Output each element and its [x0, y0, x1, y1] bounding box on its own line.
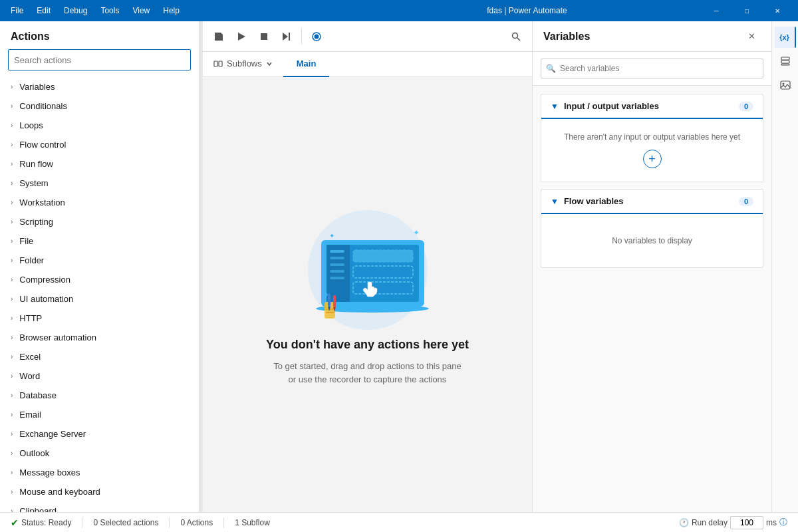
action-group-variables[interactable]: ›Variables [0, 77, 199, 96]
action-group-exchange-server[interactable]: ›Exchange Server [0, 424, 199, 444]
add-variable-button[interactable]: + [643, 150, 662, 168]
svg-point-6 [513, 33, 518, 38]
chevron-icon: › [11, 507, 13, 512]
chevron-icon: › [11, 257, 13, 264]
layers-icon-button[interactable] [775, 51, 796, 72]
chevron-icon: › [11, 372, 13, 380]
action-group-http[interactable]: ›HTTP [0, 309, 199, 328]
chevron-icon: › [11, 102, 13, 110]
action-group-label: Outlook [19, 448, 49, 458]
action-group-label: Exchange Server [19, 429, 86, 439]
action-group-ui-automation[interactable]: ›UI automation [0, 289, 199, 309]
menu-edit[interactable]: Edit [31, 3, 56, 18]
close-button[interactable]: ✕ [762, 0, 793, 21]
image-icon-button[interactable] [775, 74, 796, 96]
chevron-icon: › [11, 450, 13, 457]
variables-header: Variables ✕ [533, 21, 771, 52]
svg-rect-8 [214, 61, 217, 66]
right-icon-panel: {x} [771, 21, 798, 512]
tab-main[interactable]: Main [283, 52, 330, 77]
search-actions-input[interactable] [8, 49, 191, 70]
action-group-database[interactable]: ›Database [0, 386, 199, 405]
collapse-flow-vars-icon: ▼ [551, 197, 559, 206]
status-sep-2 [169, 517, 170, 528]
tab-subflows[interactable]: Subflows [203, 52, 283, 77]
clock-icon: 🕐 [679, 518, 689, 527]
search-button[interactable] [505, 26, 527, 47]
chevron-icon: › [11, 469, 13, 476]
action-group-file[interactable]: ›File [0, 231, 199, 251]
action-group-workstation[interactable]: ›Workstation [0, 193, 199, 212]
flow-variables-header[interactable]: ▼ Flow variables 0 [541, 190, 763, 214]
next-button[interactable] [276, 26, 297, 47]
action-group-run-flow[interactable]: ›Run flow [0, 154, 199, 174]
window-controls: ─ □ ✕ [701, 0, 793, 21]
action-group-word[interactable]: ›Word [0, 366, 199, 386]
stop-button[interactable] [253, 26, 275, 47]
ready-icon: ✔ [11, 517, 19, 528]
action-group-flow-control[interactable]: ›Flow control [0, 135, 199, 154]
minimize-button[interactable]: ─ [701, 0, 732, 21]
run-button[interactable] [231, 26, 252, 47]
variables-body: ▼ Input / output variables 0 There aren'… [533, 86, 771, 512]
actions-panel: Actions ›Variables›Conditionals›Loops›Fl… [0, 21, 200, 512]
variables-panel-title: Variables [543, 31, 590, 43]
action-group-compression[interactable]: ›Compression [0, 270, 199, 289]
action-group-scripting[interactable]: ›Scripting [0, 212, 199, 231]
svg-rect-13 [327, 245, 350, 302]
menu-view[interactable]: View [127, 3, 155, 18]
subflows-label: Subflows [227, 59, 262, 68]
action-group-clipboard[interactable]: ›Clipboard [0, 501, 199, 512]
action-group-label: HTTP [19, 313, 42, 323]
run-delay-input[interactable] [730, 516, 763, 529]
action-group-loops[interactable]: ›Loops [0, 116, 199, 135]
maximize-button[interactable]: □ [732, 0, 762, 21]
menu-debug[interactable]: Debug [59, 3, 92, 18]
search-variables-wrap: 🔍 [533, 52, 771, 86]
action-group-email[interactable]: ›Email [0, 405, 199, 424]
input-output-section: ▼ Input / output variables 0 There aren'… [541, 94, 763, 182]
actions-count: 0 Actions [180, 518, 213, 527]
record-button[interactable] [306, 26, 327, 47]
variables-icon-button[interactable]: {x} [775, 27, 796, 48]
action-group-label: File [19, 236, 33, 246]
input-output-header[interactable]: ▼ Input / output variables 0 [541, 94, 763, 119]
chevron-icon: › [11, 411, 13, 418]
action-group-label: Loops [19, 120, 43, 130]
action-group-label: Scripting [19, 217, 53, 227]
action-group-outlook[interactable]: ›Outlook [0, 444, 199, 463]
menu-help[interactable]: Help [158, 3, 185, 18]
chevron-icon: › [11, 83, 13, 90]
svg-rect-3 [289, 33, 290, 41]
save-button[interactable] [208, 26, 229, 47]
action-group-message-boxes[interactable]: ›Message boxes [0, 463, 199, 482]
svg-rect-1 [261, 33, 267, 40]
action-group-folder[interactable]: ›Folder [0, 251, 199, 270]
empty-illustration: ✦ ✦ ✦ ✦ [281, 203, 454, 330]
input-output-body: There aren't any input or output variabl… [541, 119, 763, 182]
action-group-excel[interactable]: ›Excel [0, 347, 199, 366]
chevron-icon: › [11, 160, 13, 168]
action-group-label: Conditionals [19, 101, 67, 111]
info-icon[interactable]: ⓘ [779, 517, 787, 528]
variables-close-button[interactable]: ✕ [742, 27, 761, 46]
menu-tools[interactable]: Tools [95, 3, 124, 18]
menu-bar: File Edit Debug Tools View Help [5, 3, 353, 18]
svg-marker-0 [238, 33, 245, 41]
action-group-label: System [19, 178, 48, 188]
search-actions-wrap [0, 49, 199, 77]
action-group-system[interactable]: ›System [0, 174, 199, 193]
input-output-count: 0 [739, 102, 753, 111]
action-group-label: Email [19, 410, 41, 420]
action-group-mouse-and-keyboard[interactable]: ›Mouse and keyboard [0, 482, 199, 501]
svg-rect-29 [326, 312, 334, 313]
menu-file[interactable]: File [5, 3, 29, 18]
svg-text:✦: ✦ [329, 232, 334, 239]
status-sep-3 [223, 517, 224, 528]
action-group-conditionals[interactable]: ›Conditionals [0, 96, 199, 116]
action-group-browser-automation[interactable]: ›Browser automation [0, 328, 199, 347]
svg-text:✦: ✦ [404, 240, 409, 246]
run-delay-section: 🕐 Run delay ms ⓘ [679, 516, 787, 529]
search-variables-input[interactable] [541, 59, 763, 78]
chevron-icon: › [11, 276, 13, 283]
